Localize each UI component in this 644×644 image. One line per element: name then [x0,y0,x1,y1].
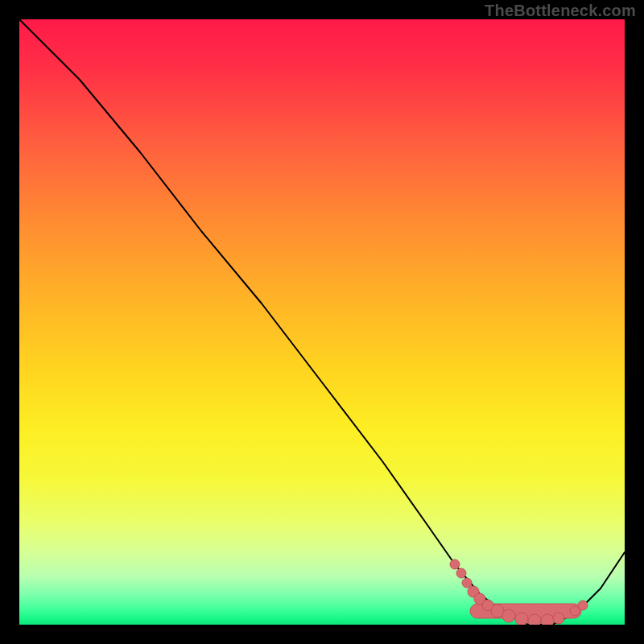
marker-dot [553,613,564,624]
marker-dot [528,614,541,625]
marker-dot [541,614,554,625]
curve-layer [19,19,625,625]
optimal-marker-strip [450,559,588,625]
marker-dot [450,559,460,569]
marker-dot [515,613,528,625]
marker-dot [502,609,515,622]
chart-frame: TheBottleneck.com [0,0,644,644]
marker-dot [456,568,466,578]
watermark-text: TheBottleneck.com [485,2,636,20]
plot-area [19,19,625,625]
bottleneck-curve [19,19,625,625]
marker-dot [578,601,588,610]
marker-dot [462,578,472,588]
